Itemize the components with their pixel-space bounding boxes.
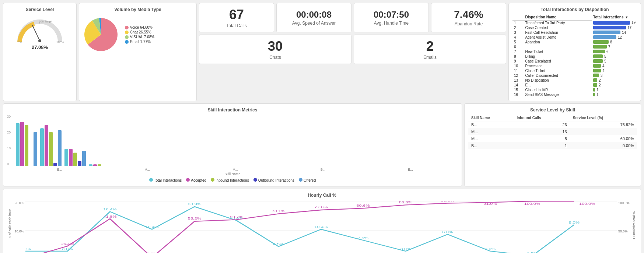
disp-rank: 15 <box>512 88 524 92</box>
stats-row1: 67 Total Calls 00:00:08 Avg. Speed of An… <box>199 3 506 32</box>
stats-column: 67 Total Calls 00:00:08 Avg. Speed of An… <box>199 3 506 101</box>
abandon-rate-value: 7.46% <box>454 9 483 21</box>
skill-table: Skill Name Inbound Calls Service Level (… <box>468 115 637 149</box>
bar-labels: B...M...M...B...B... <box>12 168 458 171</box>
inbound-calls: 1 <box>514 142 570 149</box>
bar-label: B... <box>321 168 326 171</box>
svg-text:77.6%: 77.6% <box>314 205 328 209</box>
skill-metrics-title: Skill Interaction Metrics <box>7 107 458 113</box>
disposition-card: Total Interactions by Disposition Dispos… <box>508 3 641 101</box>
disposition-row: 15 Closed In IVR 1 <box>512 88 637 92</box>
disp-bar <box>593 26 626 29</box>
disp-bar <box>593 35 616 39</box>
svg-text:100.0%: 100.0% <box>579 202 595 206</box>
skill-row: B... 26 76.92% <box>468 121 637 128</box>
bar-group <box>40 125 62 166</box>
skill-x-label: Skill Name <box>7 172 458 176</box>
disp-bar-cell: 3 <box>592 73 637 78</box>
svg-text:4.5%: 4.5% <box>147 252 157 253</box>
disp-count: 5 <box>604 54 606 58</box>
disp-count: 4 <box>602 69 605 73</box>
disp-rank-header <box>512 14 524 20</box>
bar <box>64 149 68 166</box>
svg-text:3.0%: 3.0% <box>62 247 73 250</box>
disp-count: 19 <box>631 21 636 25</box>
disp-bar-cell: 7 <box>592 44 637 49</box>
volume-card: Volume by Media Type <box>79 3 197 101</box>
bar-chart: B...M...M...B...B... <box>12 115 458 171</box>
bar <box>73 153 77 166</box>
svg-text:1.5%: 1.5% <box>527 251 538 253</box>
disp-bar <box>593 50 605 53</box>
abandon-rate-label: Abandon Rate <box>455 21 483 26</box>
bar <box>78 161 81 166</box>
disp-bar <box>593 31 620 34</box>
svg-text:4.5%: 4.5% <box>273 242 284 246</box>
disp-name: Billing <box>524 54 591 59</box>
bar <box>82 151 86 166</box>
bar-group <box>16 122 37 166</box>
svg-text:100.0%: 100.0% <box>524 202 540 206</box>
disp-rank: 5 <box>512 40 524 44</box>
skill-row: M... 5 60.00% <box>468 135 637 142</box>
disp-bar-cell: 2 <box>592 78 637 83</box>
disp-name: No Disposition <box>524 78 591 83</box>
svg-text:9.0%: 9.0% <box>569 220 580 224</box>
disp-name: Close Ticket <box>524 68 591 73</box>
svg-text:80.6%: 80.6% <box>356 203 370 207</box>
disp-count: 2 <box>599 78 601 82</box>
disp-name: New Ticket <box>524 49 591 54</box>
skill-row: B... 1 0.00% <box>468 142 637 149</box>
disp-count: 7 <box>608 45 610 49</box>
disp-bar <box>593 59 603 63</box>
disp-bar-cell: 4 <box>592 68 637 73</box>
disp-count: 17 <box>627 26 631 30</box>
avg-speed-card: 00:00:08 Avg. Speed of Answer <box>276 3 351 32</box>
disposition-row: 3 First Call Resolution 14 <box>512 30 637 35</box>
service-level-pct: 0.00% <box>570 142 637 149</box>
disp-count: 4 <box>602 64 605 68</box>
disp-count: 5 <box>604 59 606 63</box>
bar-label: M... <box>232 168 238 171</box>
emails-label: Emails <box>423 55 437 60</box>
disp-count: 14 <box>622 31 626 35</box>
disp-rank: 7 <box>512 49 524 54</box>
stats-row2: 30 Chats 2 Emails <box>199 35 506 64</box>
disp-rank: 2 <box>512 25 524 30</box>
disp-bar <box>593 88 595 92</box>
disp-rank: 12 <box>512 73 524 78</box>
disp-name: Abandon <box>524 40 591 44</box>
disp-bar-cell: 5 <box>592 54 637 59</box>
email-label: Email 1.77% <box>130 40 151 44</box>
gauge-chart: 0% 100% 30% Target <box>14 14 66 44</box>
disp-bar <box>593 69 601 72</box>
disp-bar <box>593 93 595 96</box>
chat-dot <box>125 31 129 34</box>
disp-bar <box>593 40 609 44</box>
legend-visual: VISUAL 7.08% <box>125 35 154 39</box>
disp-rank: 3 <box>512 30 524 35</box>
svg-text:89.6%: 89.6% <box>441 201 454 202</box>
skill-row: M... 13 <box>468 128 637 135</box>
disp-count: 1 <box>596 88 599 92</box>
pie-chart-proper <box>81 14 121 55</box>
disp-bar-cell: 14 <box>592 30 637 35</box>
bar <box>20 122 24 166</box>
disp-name: Processed <box>524 64 591 68</box>
svg-text:59.7%: 59.7% <box>230 215 243 218</box>
disp-bar-cell: 4 <box>592 64 637 68</box>
disp-bar-cell: 17 <box>592 25 637 30</box>
service-level-pct-header: Service Level (%) <box>570 115 637 121</box>
disp-bar-cell: 12 <box>592 35 637 40</box>
disp-bar <box>593 74 599 77</box>
svg-text:91.0%: 91.0% <box>483 202 497 206</box>
hourly-card: Hourly Call % % of calls each hour Cumul… <box>3 189 641 253</box>
disposition-row: 11 Close Ticket 4 <box>512 68 637 73</box>
disp-bar-cell: 6 <box>592 49 637 54</box>
pie-wrap: Voice 64.60% Chat 26.55% VISUAL 7.08% Em… <box>121 14 154 55</box>
disp-bar-cell: 8 <box>592 40 637 44</box>
disp-rank: 6 <box>512 44 524 49</box>
emails-card: 2 Emails <box>354 35 506 64</box>
disp-bar-cell: 19 <box>592 20 637 25</box>
disp-name: E... <box>524 83 591 88</box>
